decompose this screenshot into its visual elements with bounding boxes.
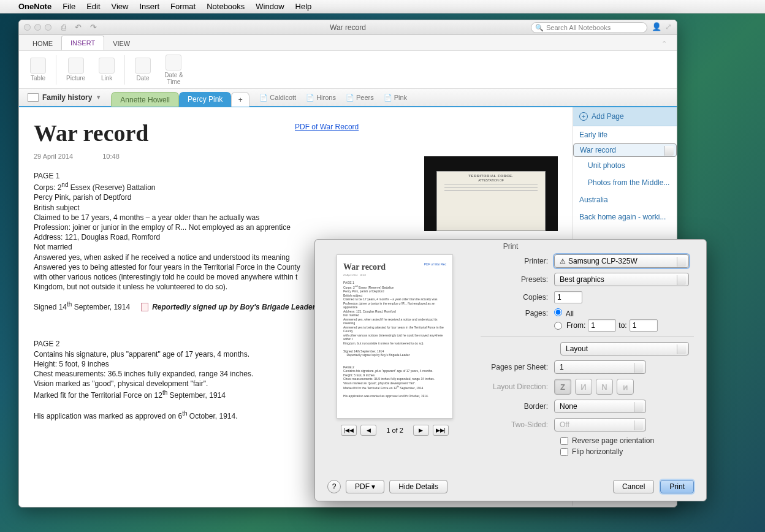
dir-1[interactable]: Z	[554, 379, 571, 395]
menu-edit[interactable]: Edit	[86, 2, 100, 11]
section-tab-percy[interactable]: Percy Pink	[179, 92, 231, 107]
nav-last[interactable]: ▶▶|	[433, 425, 449, 436]
page-list-item[interactable]: War record	[573, 143, 677, 157]
redo-icon[interactable]: ↷	[90, 23, 97, 32]
nav-first[interactable]: |◀◀	[341, 425, 357, 436]
print-preview: PDF of War Rec War record 29 April 2014 …	[327, 254, 462, 458]
tag-pink[interactable]: 📄 Pink	[384, 94, 407, 102]
undo-icon[interactable]: ↶	[75, 23, 82, 32]
page-list-item[interactable]: Early life	[573, 126, 677, 143]
tab-insert[interactable]: INSERT	[61, 36, 104, 50]
collapse-ribbon-icon[interactable]: ⌃	[657, 37, 672, 50]
notebook-selector[interactable]: Family history ▼	[24, 91, 105, 104]
ribbon-link[interactable]: Link	[95, 58, 118, 82]
link-icon	[99, 58, 115, 74]
presets-select[interactable]: Best graphics	[554, 273, 689, 286]
dir-3[interactable]: N	[596, 379, 613, 395]
nav-next[interactable]: ▶	[413, 425, 429, 436]
preview-page: PDF of War Rec War record 29 April 2014 …	[337, 254, 453, 419]
menu-window[interactable]: Window	[256, 2, 284, 11]
signed-line: Signed 14th September, 1914	[34, 300, 130, 312]
tag-icon	[141, 303, 148, 311]
pages-from-radio[interactable]: From: to:	[554, 319, 658, 332]
reverse-checkbox[interactable]: Reverse page orientation	[560, 436, 694, 445]
from-input[interactable]	[588, 319, 616, 332]
table-icon	[30, 58, 46, 74]
pdf-link[interactable]: PDF of War Record	[295, 123, 359, 131]
datetime-icon	[166, 55, 181, 70]
dir-2[interactable]: И	[575, 379, 592, 395]
menu-file[interactable]: File	[63, 2, 75, 11]
title-bar: ⎙ ↶ ↷ War record 🔍 Search All Notebooks …	[19, 20, 677, 35]
pps-label: Pages per Sheet:	[481, 363, 554, 371]
pdf-button[interactable]: PDF ▾	[346, 480, 384, 493]
menu-format[interactable]: Format	[170, 2, 196, 11]
tag-hirons[interactable]: 📄 Hirons	[306, 94, 336, 102]
border-select[interactable]: None	[554, 400, 646, 413]
date-icon	[135, 58, 151, 74]
menu-view[interactable]: View	[112, 2, 129, 11]
share-icon[interactable]: 👤	[652, 22, 661, 31]
layout-select[interactable]: Layout	[560, 342, 689, 355]
embedded-image[interactable]: TERRITORIAL FORCE. ATTESTATION OF	[424, 156, 558, 231]
menu-app[interactable]: OneNote	[18, 2, 51, 11]
traffic-lights[interactable]	[24, 24, 51, 31]
menu-notebooks[interactable]: Notebooks	[207, 2, 245, 11]
tag-note[interactable]: Reportedly signed up by Boy's Brigade Le…	[141, 302, 315, 312]
search-input[interactable]: 🔍 Search All Notebooks	[531, 22, 647, 33]
ribbon-datetime[interactable]: Date & Time	[161, 55, 187, 85]
print-dialog: Print PDF of War Rec War record 29 April…	[314, 239, 707, 501]
chevron-down-icon: ▼	[96, 94, 101, 101]
border-label: Border:	[481, 402, 554, 411]
print-settings: Printer: ⚠Samsung CLP-325W Presets: Best…	[481, 254, 694, 458]
twosided-select[interactable]: Off	[554, 418, 646, 431]
add-page-button[interactable]: + Add Page	[573, 107, 677, 126]
menu-insert[interactable]: Insert	[139, 2, 159, 11]
tab-view[interactable]: VIEW	[104, 37, 139, 50]
page-list-item[interactable]: Unit photos	[573, 157, 677, 174]
section-tab-annette[interactable]: Annette Howell	[111, 92, 179, 107]
dir-4[interactable]: ᴎ	[617, 379, 634, 395]
page-list-item[interactable]: Australia	[573, 191, 677, 208]
search-icon: 🔍	[535, 24, 544, 32]
section-tab-add[interactable]: +	[231, 92, 249, 107]
page-list-item[interactable]: Back home again - worki...	[573, 208, 677, 226]
mac-menu-bar: OneNote File Edit View Insert Format Not…	[0, 0, 765, 13]
pages-all-radio[interactable]: All	[554, 308, 574, 318]
twosided-label: Two-Sided:	[481, 420, 554, 429]
hide-details-button[interactable]: Hide Details	[389, 480, 447, 493]
pages-label: Pages:	[481, 309, 554, 317]
help-button[interactable]: ?	[327, 480, 341, 493]
print-button[interactable]: Print	[660, 480, 694, 493]
cancel-button[interactable]: Cancel	[613, 480, 654, 493]
ribbon-picture[interactable]: Picture	[63, 58, 89, 82]
ribbon-tabs: HOME INSERT VIEW ⌃	[19, 35, 677, 51]
copies-input[interactable]	[554, 291, 582, 303]
printer-select[interactable]: ⚠Samsung CLP-325W	[554, 254, 689, 268]
ribbon-table[interactable]: Table	[26, 58, 50, 82]
nav-prev[interactable]: ◀	[360, 425, 376, 436]
tag-peers[interactable]: 📄 Peers	[346, 94, 374, 102]
quick-access[interactable]: ⎙ ↶ ↷	[61, 23, 97, 32]
menu-help[interactable]: Help	[295, 2, 312, 11]
to-input[interactable]	[630, 319, 658, 332]
fullscreen-icon[interactable]: ⤢	[665, 22, 672, 31]
document-thumbnail: TERRITORIAL FORCE. ATTESTATION OF	[436, 171, 546, 231]
search-placeholder: Search All Notebooks	[546, 24, 611, 31]
dir-label: Layout Direction:	[481, 382, 554, 391]
pps-select[interactable]: 1	[554, 360, 646, 374]
presets-label: Presets:	[481, 275, 554, 284]
flip-checkbox[interactable]: Flip horizontally	[560, 447, 694, 456]
section-overflow-tags: 📄 Caldicott 📄 Hirons 📄 Peers 📄 Pink	[259, 94, 407, 102]
printer-label: Printer:	[481, 257, 554, 265]
tag-caldicott[interactable]: 📄 Caldicott	[259, 94, 296, 102]
save-icon[interactable]: ⎙	[61, 23, 66, 32]
page-list-item[interactable]: Photos from the Middle...	[573, 174, 677, 191]
notebook-bar: Family history ▼ Annette Howell Percy Pi…	[19, 89, 677, 107]
ribbon-date[interactable]: Date	[131, 58, 154, 82]
preview-nav: |◀◀ ◀ 1 of 2 ▶ ▶▶|	[327, 425, 462, 436]
dialog-footer: ? PDF ▾ Hide Details Cancel Print	[327, 480, 694, 493]
tab-home[interactable]: HOME	[24, 37, 61, 50]
notebook-icon	[28, 93, 39, 102]
plus-icon: +	[579, 112, 588, 121]
